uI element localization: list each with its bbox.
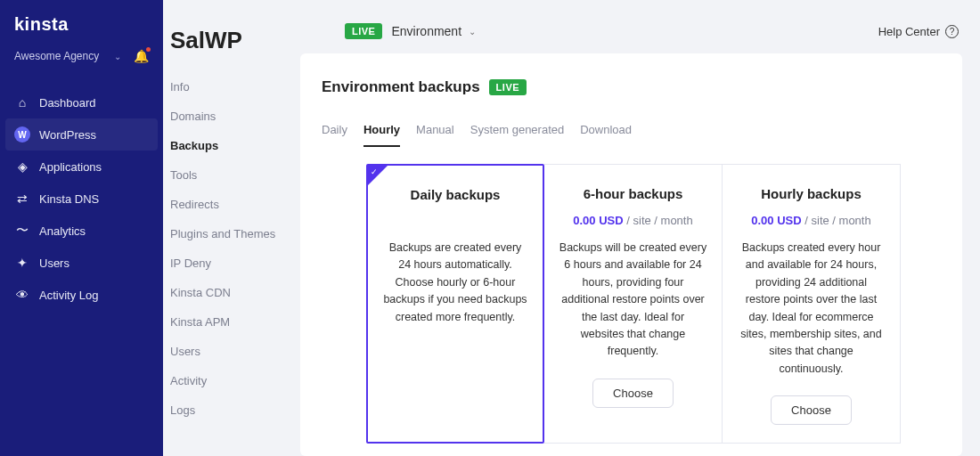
nav-label: Dashboard [39, 96, 96, 110]
subnav-item-tools[interactable]: Tools [163, 160, 300, 190]
nav-item-analytics[interactable]: 〜Analytics [0, 215, 163, 247]
help-center-link[interactable]: Help Center ? [878, 25, 959, 38]
plan-card: Hourly backups0.00 USD / site / monthBac… [723, 164, 901, 444]
plan-price: 0.00 USD / site / month [737, 214, 886, 227]
nav-label: Analytics [39, 224, 86, 238]
page-title: Environment backups [322, 78, 480, 96]
backup-plans: Daily backupsBackups are created every 2… [366, 164, 941, 444]
backups-card: Environment backups LIVE DailyHourlyManu… [300, 53, 962, 456]
choose-button[interactable]: Choose [771, 395, 852, 425]
applications-icon: ◈ [14, 159, 30, 175]
env-live-badge: LIVE [345, 23, 382, 39]
analytics-icon: 〜 [14, 223, 30, 239]
brand-logo: KINSta [0, 9, 163, 45]
price-unit: / site / month [802, 214, 871, 227]
subnav-item-kinsta-cdn[interactable]: Kinsta CDN [163, 278, 300, 307]
chevron-down-icon: ⌄ [469, 27, 476, 37]
price-value: 0.00 USD [751, 214, 801, 227]
tab-hourly[interactable]: Hourly [363, 123, 400, 147]
plan-price: 0.00 USD / site / month [559, 214, 707, 227]
plan-title: Hourly backups [737, 186, 886, 201]
nav-item-applications[interactable]: ◈Applications [0, 151, 163, 183]
topbar: LIVE Environment ⌄ Help Center ? [300, 0, 980, 53]
subnav-item-ip-deny[interactable]: IP Deny [163, 248, 300, 278]
agency-selector[interactable]: Awesome Agency ⌄ 🔔 [0, 45, 163, 77]
nav-label: Users [39, 256, 69, 270]
plan-title: 6-hour backups [559, 186, 707, 201]
price-value: 0.00 USD [573, 214, 623, 227]
backup-tabs: DailyHourlyManualSystem generatedDownloa… [322, 123, 941, 148]
subnav-item-domains[interactable]: Domains [163, 102, 300, 131]
plan-card: Daily backupsBackups are created every 2… [366, 164, 544, 444]
nav-label: Applications [39, 160, 102, 174]
users-icon: ✦ [14, 255, 30, 271]
nav-label: WordPress [39, 128, 96, 142]
dashboard-icon: ⌂ [14, 94, 30, 110]
help-label: Help Center [878, 25, 940, 38]
nav-label: Activity Log [39, 289, 98, 302]
notification-dot [146, 47, 151, 52]
subnav-item-activity[interactable]: Activity [163, 366, 300, 395]
selected-check-icon [368, 166, 388, 185]
notifications-button[interactable]: 🔔 [134, 49, 149, 63]
subnav-item-users[interactable]: Users [163, 337, 300, 366]
page-live-badge: LIVE [489, 79, 527, 95]
tab-daily[interactable]: Daily [322, 123, 347, 147]
main-nav: ⌂DashboardWWordPress◈Applications⇄Kinsta… [0, 86, 163, 311]
tab-download[interactable]: Download [580, 123, 632, 147]
subnav-item-backups[interactable]: Backups [163, 131, 300, 160]
choose-button[interactable]: Choose [592, 379, 674, 408]
nav-item-wordpress[interactable]: WWordPress [5, 118, 158, 151]
kinsta dns-icon: ⇄ [14, 191, 30, 207]
subnav-item-plugins-and-themes[interactable]: Plugins and Themes [163, 219, 300, 248]
plan-description: Backups created every hour and available… [737, 240, 886, 378]
tab-system-generated[interactable]: System generated [470, 123, 565, 147]
main-sidebar: KINSta Awesome Agency ⌄ 🔔 ⌂DashboardWWor… [0, 0, 163, 456]
subnav-item-kinsta-apm[interactable]: Kinsta APM [163, 307, 300, 337]
nav-item-dashboard[interactable]: ⌂Dashboard [0, 86, 163, 118]
wordpress-icon: W [14, 126, 30, 142]
subnav-item-redirects[interactable]: Redirects [163, 190, 300, 219]
subnav-item-logs[interactable]: Logs [163, 395, 300, 425]
agency-name: Awesome Agency [14, 50, 109, 62]
plan-description: Backups will be created every 6 hours an… [559, 240, 707, 361]
info-icon: ? [945, 25, 959, 38]
plan-title: Daily backups [382, 187, 528, 202]
nav-label: Kinsta DNS [39, 192, 99, 206]
site-name: SalWP [163, 27, 300, 72]
nav-item-kinsta-dns[interactable]: ⇄Kinsta DNS [0, 183, 163, 215]
nav-item-users[interactable]: ✦Users [0, 247, 163, 279]
price-unit: / site / month [624, 214, 693, 227]
activity log-icon: 👁 [14, 287, 30, 303]
environment-selector[interactable]: Environment [391, 24, 461, 38]
tab-manual[interactable]: Manual [416, 123, 454, 147]
chevron-down-icon: ⌄ [114, 52, 121, 61]
main-content: LIVE Environment ⌄ Help Center ? Environ… [300, 0, 980, 456]
plan-description: Backups are created every 24 hours autom… [382, 240, 528, 326]
plan-card: 6-hour backups0.00 USD / site / monthBac… [544, 164, 723, 444]
site-subnav: SalWP InfoDomainsBackupsToolsRedirectsPl… [163, 0, 300, 456]
subnav-item-info[interactable]: Info [163, 72, 300, 102]
nav-item-activity-log[interactable]: 👁Activity Log [0, 279, 163, 311]
